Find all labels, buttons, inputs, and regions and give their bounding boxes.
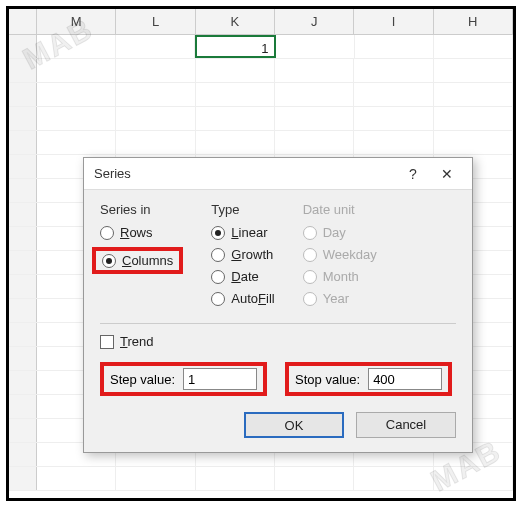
date-radio[interactable]: Date <box>211 269 274 284</box>
step-value-label: Step value: <box>110 372 175 387</box>
type-group: Type Linear Growth Date <box>211 202 274 313</box>
radio-icon <box>303 292 317 306</box>
checkbox-icon <box>100 335 114 349</box>
radio-icon <box>211 226 225 240</box>
date-unit-group: Date unit Day Weekday Month <box>303 202 377 313</box>
cell[interactable] <box>276 35 355 58</box>
radio-icon <box>211 248 225 262</box>
series-dialog: Series ? ✕ Series in Rows Columns <box>83 157 473 453</box>
col-head[interactable]: K <box>196 9 275 34</box>
col-head[interactable]: H <box>434 9 513 34</box>
cancel-button[interactable]: Cancel <box>356 412 456 438</box>
radio-icon <box>303 226 317 240</box>
series-in-label: Series in <box>100 202 183 217</box>
row-head[interactable] <box>9 35 37 58</box>
col-head[interactable]: I <box>354 9 433 34</box>
year-radio: Year <box>303 291 377 306</box>
col-head[interactable]: J <box>275 9 354 34</box>
help-button[interactable]: ? <box>396 162 430 186</box>
step-value-input[interactable] <box>183 368 257 390</box>
stop-value-label: Stop value: <box>295 372 360 387</box>
trend-checkbox[interactable]: Trend <box>100 334 456 349</box>
dialog-title: Series <box>94 166 396 181</box>
series-in-group: Series in Rows Columns <box>100 202 183 313</box>
radio-icon <box>102 254 116 268</box>
cell[interactable] <box>116 35 195 58</box>
columns-radio[interactable]: Columns <box>102 253 173 268</box>
radio-icon <box>211 292 225 306</box>
column-headers: M L K J I H <box>9 9 513 35</box>
ok-button[interactable]: OK <box>244 412 344 438</box>
col-head[interactable]: L <box>116 9 195 34</box>
linear-radio[interactable]: Linear <box>211 225 274 240</box>
radio-icon <box>100 226 114 240</box>
cell[interactable] <box>434 35 513 58</box>
cell[interactable] <box>37 35 116 58</box>
autofill-radio[interactable]: AutoFill <box>211 291 274 306</box>
month-radio: Month <box>303 269 377 284</box>
radio-icon <box>303 270 317 284</box>
growth-radio[interactable]: Growth <box>211 247 274 262</box>
day-radio: Day <box>303 225 377 240</box>
stop-value-input[interactable] <box>368 368 442 390</box>
type-label: Type <box>211 202 274 217</box>
radio-icon <box>303 248 317 262</box>
rows-radio[interactable]: Rows <box>100 225 183 240</box>
close-button[interactable]: ✕ <box>430 162 464 186</box>
date-unit-label: Date unit <box>303 202 377 217</box>
col-head[interactable]: M <box>37 9 116 34</box>
radio-icon <box>211 270 225 284</box>
titlebar: Series ? ✕ <box>84 158 472 190</box>
selected-cell[interactable]: 1 <box>195 35 277 58</box>
weekday-radio: Weekday <box>303 247 377 262</box>
table-row: 1 <box>9 35 513 59</box>
cell[interactable] <box>355 35 434 58</box>
corner-cell[interactable] <box>9 9 37 34</box>
